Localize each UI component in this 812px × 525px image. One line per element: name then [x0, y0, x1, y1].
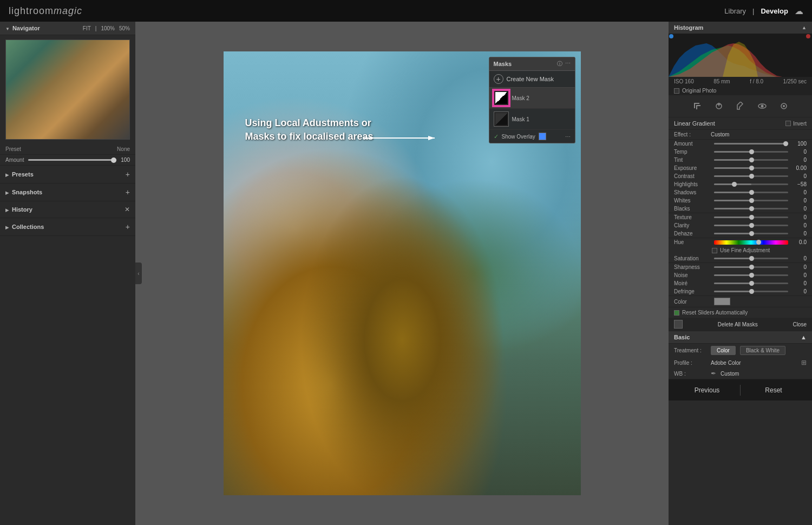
history-header[interactable]: History ✕: [0, 201, 135, 218]
wb-eyedropper-icon[interactable]: ✒: [711, 370, 716, 377]
top-nav: Library | Develop ☁: [724, 6, 803, 16]
show-overlay-label: Show Overlay: [502, 134, 535, 140]
mask2-label: Mask 2: [512, 95, 529, 101]
nav-library[interactable]: Library: [724, 7, 746, 15]
profile-grid-icon[interactable]: ⊞: [801, 359, 807, 366]
texture-slider-track[interactable]: [714, 216, 788, 218]
nav-develop[interactable]: Develop: [761, 7, 788, 15]
original-photo-checkbox[interactable]: [674, 88, 679, 94]
reset-sliders-checkbox[interactable]: [674, 310, 679, 316]
collections-header[interactable]: Collections +: [0, 218, 135, 235]
moire-slider-track[interactable]: [714, 283, 788, 284]
crop-tool-icon[interactable]: [691, 100, 704, 113]
whites-slider-track[interactable]: [714, 200, 788, 201]
amount-label: Amount: [5, 157, 24, 163]
contrast-slider-track[interactable]: [714, 175, 788, 177]
reset-button[interactable]: Reset: [741, 382, 807, 398]
color-swatch[interactable]: [714, 298, 730, 305]
left-panel: Navigator FIT | 100% 50% Preset None Amo…: [0, 22, 135, 525]
presets-header[interactable]: Presets +: [0, 166, 135, 183]
snapshots-label: Snapshots: [12, 189, 42, 195]
snapshots-add-icon[interactable]: +: [126, 188, 130, 196]
star-tool-icon[interactable]: [777, 100, 790, 113]
masks-more-icon[interactable]: ⋯: [565, 60, 571, 68]
overlay-color-swatch[interactable]: [539, 133, 546, 140]
nav-sep: |: [752, 7, 754, 15]
highlights-slider-track[interactable]: [714, 183, 788, 185]
eye-tool-icon[interactable]: [756, 100, 769, 113]
exposure-slider-row: Exposure 0.00: [669, 164, 812, 172]
previous-button[interactable]: Previous: [674, 382, 740, 398]
tint-slider-label: Tint: [674, 157, 712, 163]
shadows-slider-value: 0: [790, 189, 807, 195]
collections-add-icon[interactable]: +: [126, 222, 130, 231]
linear-gradient-section: Linear Gradient Invert: [669, 117, 812, 130]
nav-50[interactable]: 50%: [119, 25, 130, 31]
amount-slider-track[interactable]: [714, 143, 788, 145]
mask2-item[interactable]: Mask 2: [489, 88, 575, 109]
histogram-title: Histogram: [674, 24, 703, 31]
mask1-label: Mask 1: [512, 116, 529, 122]
svg-point-2: [669, 34, 673, 38]
shadows-slider-track[interactable]: [714, 192, 788, 193]
sharpness-slider-track[interactable]: [714, 266, 788, 268]
reset-sliders-row: Reset Sliders Automatically: [669, 307, 812, 318]
healing-tool-icon[interactable]: [712, 100, 725, 113]
shadows-slider-label: Shadows: [674, 189, 712, 195]
treatment-row: Treatment : Color Black & White: [669, 344, 812, 357]
nav-divider: |: [95, 25, 97, 31]
basic-section-header[interactable]: Basic ▲: [669, 331, 812, 344]
treatment-bw-button[interactable]: Black & White: [740, 346, 785, 355]
invert-checkbox[interactable]: [785, 121, 791, 126]
tint-slider-track[interactable]: [714, 159, 788, 161]
moire-slider-label: Moiré: [674, 280, 712, 286]
invert-label: Invert: [793, 121, 807, 127]
amount-slider-label: Amount: [674, 141, 712, 147]
temp-slider-track[interactable]: [714, 151, 788, 153]
amount-slider[interactable]: [28, 159, 116, 161]
dehaze-slider-track[interactable]: [714, 233, 788, 234]
noise-slider-track[interactable]: [714, 274, 788, 276]
hue-slider-track[interactable]: [714, 240, 788, 245]
saturation-slider-track[interactable]: [714, 258, 788, 259]
defringe-slider-track[interactable]: [714, 291, 788, 292]
sharpness-slider-value: 0: [790, 264, 807, 270]
blacks-slider-track[interactable]: [714, 208, 788, 209]
color-row: Color: [669, 296, 812, 307]
treatment-color-button[interactable]: Color: [711, 346, 736, 355]
masks-info-icon[interactable]: ⓘ: [557, 60, 562, 68]
brush-tool-icon[interactable]: [734, 100, 747, 113]
left-panel-collapse[interactable]: ‹: [135, 262, 142, 284]
overlay-options-icon[interactable]: ⋯: [565, 134, 571, 140]
amount-row: Amount 100: [0, 155, 135, 166]
cloud-icon[interactable]: ☁: [795, 6, 803, 16]
profile-value: Adobe Color: [711, 360, 797, 366]
basic-collapse-icon[interactable]: ▲: [801, 334, 807, 340]
clarity-slider-track[interactable]: [714, 225, 788, 226]
snapshots-header[interactable]: Snapshots +: [0, 183, 135, 201]
nav-100[interactable]: 100%: [101, 25, 115, 31]
noise-slider-value: 0: [790, 272, 807, 278]
mask1-thumb-inner: [495, 113, 507, 125]
histogram-section: Histogram ▲ ISO 1: [669, 22, 812, 95]
create-new-mask-button[interactable]: + Create New Mask: [489, 71, 575, 88]
texture-slider-label: Texture: [674, 214, 712, 220]
fine-adjustment-checkbox[interactable]: [712, 248, 717, 253]
close-masks-button[interactable]: Close: [793, 321, 807, 327]
svg-point-6: [761, 105, 763, 108]
nav-fit[interactable]: FIT: [83, 25, 91, 31]
photo-canvas: Using Local Adustments or Masks to fix l…: [224, 51, 581, 495]
histogram-collapse-icon[interactable]: ▲: [802, 25, 807, 30]
exposure-slider-label: Exposure: [674, 165, 712, 171]
history-clear-icon[interactable]: ✕: [125, 206, 130, 213]
presets-add-icon[interactable]: +: [126, 170, 130, 179]
moire-slider-value: 0: [790, 280, 807, 286]
exposure-slider-track[interactable]: [714, 167, 788, 169]
linear-gradient-row: Linear Gradient Invert: [674, 120, 807, 127]
mask1-item[interactable]: Mask 1: [489, 109, 575, 130]
highlights-slider-row: Highlights −58: [669, 180, 812, 188]
delete-all-masks-button[interactable]: Delete All Masks: [718, 321, 758, 327]
navigator-toggle-icon[interactable]: [5, 25, 10, 31]
right-panel: Histogram ▲ ISO 1: [669, 22, 812, 525]
texture-slider-row: Texture 0: [669, 213, 812, 221]
